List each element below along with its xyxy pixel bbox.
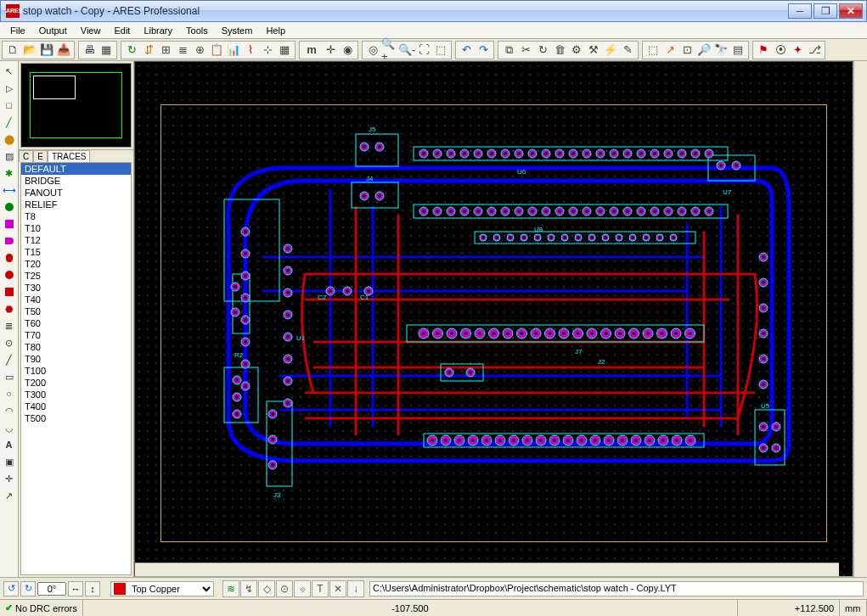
list-item[interactable]: RELIEF bbox=[21, 199, 131, 210]
connectivity-icon[interactable]: ⦿ bbox=[772, 42, 789, 59]
menu-view[interactable]: View bbox=[74, 24, 108, 37]
list-item[interactable]: T60 bbox=[21, 317, 131, 329]
trace-list[interactable]: DEFAULT BRIDGE FANOUT RELIEF T8 T10 T12 … bbox=[20, 162, 132, 575]
list-item[interactable]: T25 bbox=[21, 270, 131, 282]
arc-icon[interactable]: ◠ bbox=[2, 403, 17, 418]
list-tab-traces[interactable]: TRACES bbox=[48, 150, 91, 162]
list-item[interactable]: DEFAULT bbox=[21, 163, 131, 175]
route-icon[interactable]: ↗ bbox=[662, 42, 678, 59]
package-icon[interactable]: □ bbox=[2, 98, 17, 113]
delete-icon[interactable]: ✕ bbox=[329, 580, 346, 597]
list-item[interactable]: T500 bbox=[21, 412, 131, 424]
menu-system[interactable]: System bbox=[215, 24, 260, 37]
origin2-icon[interactable]: ✛ bbox=[322, 42, 339, 59]
smd-square-icon[interactable] bbox=[2, 284, 17, 300]
smd-poly-icon[interactable]: ⬣ bbox=[2, 301, 17, 316]
marker2-icon[interactable]: ✛ bbox=[2, 471, 17, 486]
menu-output[interactable]: Output bbox=[32, 24, 74, 37]
list-item[interactable]: T80 bbox=[21, 341, 131, 353]
autoroute-icon[interactable]: ⎇ bbox=[806, 42, 823, 59]
zoom-out-icon[interactable]: 🔍- bbox=[398, 42, 415, 59]
zoom-area-icon[interactable]: ⬚ bbox=[432, 42, 449, 59]
stack-icon[interactable]: ≣ bbox=[2, 318, 17, 333]
drc-icon[interactable]: ⚑ bbox=[755, 42, 772, 59]
graph-icon[interactable]: ⌇ bbox=[242, 42, 259, 59]
list-item[interactable]: T70 bbox=[21, 329, 131, 341]
undo-icon[interactable]: ↶ bbox=[458, 42, 475, 59]
pcb-canvas[interactable]: J5 J4 U7 R2 J3 U5 U6 U8 J7 bbox=[134, 61, 853, 577]
trace-angle-icon[interactable]: ◇ bbox=[258, 580, 275, 597]
flip-v-icon[interactable]: ↕ bbox=[85, 581, 100, 596]
list-item[interactable]: T8 bbox=[21, 210, 131, 222]
area-icon[interactable]: ▦ bbox=[98, 42, 115, 59]
text-icon[interactable]: A bbox=[2, 437, 17, 452]
menu-file[interactable]: File bbox=[3, 24, 32, 37]
list-tab-e[interactable]: E bbox=[33, 150, 48, 162]
zoom-in-icon[interactable]: 🔍+ bbox=[381, 42, 398, 59]
pad-square-icon[interactable] bbox=[2, 216, 17, 232]
list-item[interactable]: T12 bbox=[21, 234, 131, 246]
router-icon[interactable]: ⊡ bbox=[678, 42, 695, 59]
block-move-icon[interactable]: ✂ bbox=[517, 42, 534, 59]
arrow-icon[interactable]: ↓ bbox=[347, 580, 364, 597]
redo-icon[interactable]: ↷ bbox=[475, 42, 492, 59]
rotate-ccw-icon[interactable]: ↺ bbox=[3, 581, 19, 596]
tool3-icon[interactable]: ⚡ bbox=[602, 42, 619, 59]
new-icon[interactable]: 🗋 bbox=[4, 42, 21, 59]
chart-icon[interactable]: 📊 bbox=[225, 42, 242, 59]
via-icon[interactable]: ⬤ bbox=[2, 132, 17, 147]
layers-icon[interactable]: ≣ bbox=[174, 42, 191, 59]
binoculars-icon[interactable]: 🔭 bbox=[712, 42, 729, 59]
list-item[interactable]: T50 bbox=[21, 305, 131, 317]
line-icon[interactable]: ╱ bbox=[2, 352, 17, 367]
trace-icon[interactable]: ╱ bbox=[2, 115, 17, 130]
import-icon[interactable]: 📥 bbox=[55, 42, 72, 59]
track-style-icon[interactable]: T bbox=[312, 580, 329, 597]
minimize-button[interactable]: ─ bbox=[788, 3, 812, 19]
ratsnest-icon[interactable]: ✱ bbox=[2, 165, 17, 181]
pad-round-icon[interactable] bbox=[2, 199, 17, 215]
rotate-cw-icon[interactable]: ↻ bbox=[20, 581, 36, 596]
block-rotate-icon[interactable]: ↻ bbox=[534, 42, 551, 59]
zoom-fit-icon[interactable]: ⛶ bbox=[415, 42, 432, 59]
live-drc-icon[interactable]: ↯ bbox=[240, 580, 257, 597]
center-icon[interactable]: ◎ bbox=[364, 42, 381, 59]
auto-track-necking-icon[interactable]: ⟐ bbox=[294, 580, 311, 597]
print-icon[interactable]: 🖶 bbox=[81, 42, 98, 59]
list-item[interactable]: T40 bbox=[21, 294, 131, 305]
maximize-button[interactable]: ❐ bbox=[814, 3, 837, 19]
menu-help[interactable]: Help bbox=[259, 24, 292, 37]
flip-h-icon[interactable]: ↔ bbox=[68, 581, 83, 596]
pad-edge-icon[interactable] bbox=[2, 250, 17, 266]
paste-icon[interactable]: 📋 bbox=[208, 42, 225, 59]
drc-status[interactable]: ✔ No DRC errors bbox=[0, 600, 83, 616]
tool2-icon[interactable]: ⚒ bbox=[585, 42, 602, 59]
list-item[interactable]: T100 bbox=[21, 365, 131, 377]
menu-edit[interactable]: Edit bbox=[107, 24, 137, 37]
save-icon[interactable]: 💾 bbox=[38, 42, 55, 59]
smd-circle-icon[interactable] bbox=[2, 267, 17, 283]
layer-selector[interactable]: Top Copper bbox=[110, 581, 214, 596]
grid-icon[interactable]: ⊞ bbox=[157, 42, 174, 59]
path-icon[interactable]: ◡ bbox=[2, 420, 17, 435]
metric-icon[interactable]: m bbox=[301, 42, 322, 59]
layer-dropdown[interactable]: Top Copper bbox=[128, 582, 213, 596]
menu-library[interactable]: Library bbox=[137, 24, 179, 37]
open-icon[interactable]: 📂 bbox=[21, 42, 38, 59]
list-tab-c[interactable]: C bbox=[19, 150, 33, 162]
zone-icon[interactable]: ▨ bbox=[2, 148, 17, 164]
grid2-icon[interactable]: ▦ bbox=[276, 42, 293, 59]
preview-pane[interactable] bbox=[20, 63, 132, 148]
measure-icon[interactable]: ↗ bbox=[2, 488, 17, 503]
dimension-icon[interactable]: ⟷ bbox=[2, 182, 17, 198]
block-copy-icon[interactable]: ⧉ bbox=[500, 42, 517, 59]
auto-trace-necking-icon[interactable]: ⊙ bbox=[276, 580, 293, 597]
snap-icon[interactable]: ⊹ bbox=[259, 42, 276, 59]
drill-icon[interactable]: ⊙ bbox=[2, 335, 17, 350]
block-delete-icon[interactable]: 🗑 bbox=[551, 42, 568, 59]
origin-icon[interactable]: ⊕ bbox=[191, 42, 208, 59]
list-item[interactable]: T15 bbox=[21, 246, 131, 258]
pad-dshape-icon[interactable] bbox=[2, 233, 17, 249]
toggle-layers-icon[interactable]: ≋ bbox=[222, 580, 239, 597]
tool1-icon[interactable]: ⚙ bbox=[568, 42, 585, 59]
